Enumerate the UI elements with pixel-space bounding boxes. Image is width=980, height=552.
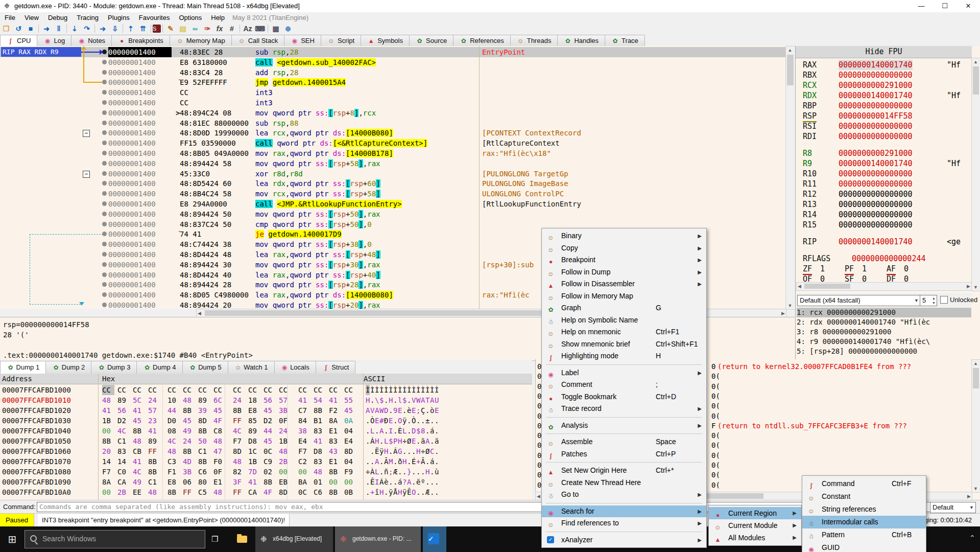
breakpoint-dot[interactable] [102,292,107,297]
breakpoint-dot[interactable] [102,80,107,84]
disasm-row[interactable]: 0000000140048:894424 58mov qword ptr ss:… [0,158,785,169]
calling-convention-select[interactable]: Default (x64 fastcall)▼ [797,295,921,306]
pause-button[interactable]: ‖ [53,24,65,34]
tab-seh[interactable]: ◉SEH [284,35,321,46]
tab-notes[interactable]: ◉Notes [71,35,112,46]
menu-item-highlighting-mode[interactable]: ∫Highlighting modeH [542,350,706,362]
menu-item-patches[interactable]: ∫PatchesCtrl+P [542,448,706,461]
scroll-up-arrow[interactable]: ▲ [786,48,794,53]
register-row-rsp[interactable]: RSP000000000014FF58 [796,111,972,121]
disasm-row[interactable]: 00000001400E8 294A0000call <JMP.&RtlLook… [0,199,785,209]
dump-row[interactable]: 00007FFCAFBD104000.4CL8B.41A08.49I8B.C8È… [0,426,532,436]
menu-item-string-references[interactable]: ☺String references [802,503,926,516]
register-row-rdx[interactable]: RDX0000000140001740"Hf [796,90,972,101]
disasm-row[interactable]: −0000000140048:8D0D 19990000lea rcx,qwor… [0,128,785,138]
register-row-r11[interactable]: R110000000000000000 [796,179,972,189]
maximize-button[interactable]: ☐ [933,0,957,12]
menu-view[interactable]: View [20,12,43,23]
breakpoint-dot[interactable] [102,130,107,135]
menu-item-intermodular-calls[interactable]: ☃Intermodular calls [802,516,926,528]
dump-row[interactable]: 00007FFCAFBD10301B.D2Ò45E23#D0Ð45E8D.4FO… [0,416,532,426]
menu-favourites[interactable]: Favourites [134,12,175,23]
disasm-row[interactable]: 00000001400E8 63180000call <getdown.sub_… [0,57,785,67]
menu-item-show-mnemonic-brief[interactable]: ☺Show mnemonic briefCtrl+Shift+F1 [542,338,706,351]
menu-plugins[interactable]: Plugins [103,12,134,23]
dump-row[interactable]: 00007FFCAFBD10508B.C1Á48H89.4CL24$50P48H… [0,436,532,446]
menu-item-assemble[interactable]: ☺AssembleSpace [542,436,706,448]
menu-item-copy[interactable]: ☺Copy▶ [542,242,706,255]
trace-over-button[interactable]: ⇩ [109,24,121,34]
disasm-row[interactable]: 0000000140048:894424 50mov qword ptr ss:… [0,209,785,219]
breakpoint-dot[interactable] [102,171,107,176]
register-row-r15[interactable]: R150000000000000000 [796,220,972,230]
menu-item-follow-in-disassembler[interactable]: ▲Follow in Disassembler▶ [542,278,706,290]
dump-row[interactable]: 00007FFCAFBD107014.14.41A8B.C3Ã4DM8B.F0ð… [0,456,532,467]
breakpoint-dot[interactable] [102,100,107,105]
tab-source[interactable]: ✿Source [409,35,453,46]
font-button[interactable]: Aᴢ [242,24,254,34]
breakpoint-dot[interactable] [102,110,107,115]
register-row-r9[interactable]: R90000000140001740"Hf [796,158,972,169]
dump-row[interactable]: 00007FFCAFBD10908A.CAÊ49IC1ÁE8è06.80.E1á… [0,477,532,487]
notes-sticky-button[interactable]: ▤ [177,24,189,34]
disasm-row[interactable]: ˆ00000001400E9 52FEFFFFjmp getdown.14000… [0,77,785,87]
tab-cpu[interactable]: ∫CPU [0,35,37,46]
register-row-rsi[interactable]: RSI0000000000000000 [796,121,972,131]
tab-trace[interactable]: ✿Trace [605,35,645,46]
registers-vscrollbar[interactable]: ▲ ▼ [971,58,980,291]
breakpoint-dot[interactable] [102,191,107,196]
assemble-pencil-button[interactable]: ✎ [164,24,177,34]
menu-item-help-on-symbolic-name[interactable]: ☃Help on Symbolic Name [542,314,706,327]
menu-help[interactable]: Help [206,12,229,23]
file-explorer-button[interactable] [231,526,253,552]
disasm-row[interactable]: −0000000140045:33C0xor r8d,r8d[PULONGLON… [0,169,785,179]
register-row-rbx[interactable]: RBX0000000000000000 [796,70,972,80]
patch-marker-button[interactable]: ✑ [201,24,213,34]
globe-button[interactable]: ⊕ [282,24,294,34]
breakpoint-dot[interactable] [102,303,107,307]
dump-row[interactable]: 00007FFCAFBD106020 83.CBËFFÿ48H8B.C1Á47G… [0,446,532,456]
register-row-r8[interactable]: R80000000000291000 [796,148,972,158]
tab-symbols[interactable]: ▲Symbols [361,35,410,46]
tray-chevron-icon[interactable]: ⌃ [969,534,975,542]
menu-item-comment[interactable]: ☺Comment; [542,379,706,391]
arg-count-spinner[interactable]: 5 ▲ ▼ [920,295,937,306]
tab-dump-1[interactable]: ✿ Dump 1 [0,361,46,374]
breakpoint-dot[interactable] [102,282,107,287]
close-button[interactable]: ✕ [957,0,980,12]
register-row-rdi[interactable]: RDI0000000000000000 [796,131,972,142]
register-row-r12[interactable]: R120000000000000000 [796,189,972,199]
menu-item-all-modules[interactable]: ▲All Modules▶ [709,532,801,544]
run-to-user-code-button[interactable]: ⇈ [137,24,149,34]
disasm-row[interactable]: 00000001400FF15 03590000call qword ptr d… [0,138,785,148]
disasm-row[interactable]: 0000000140048:83EC 28sub rsp,28EntryPoin… [0,47,785,57]
open-file-button[interactable]: ❐ [0,24,12,34]
tab-breakpoints[interactable]: ●Breakpoints [111,35,170,46]
task-view-button[interactable]: ❐ [206,526,229,552]
collapse-function-box[interactable]: − [83,171,90,178]
registers-panel[interactable]: Hide FPU RAX0000000140001740"HfRBX000000… [795,46,980,359]
register-row-rcx[interactable]: RCX0000000000291000 [796,80,972,90]
command-profile-select[interactable]: Default▼ [930,502,976,513]
hide-fpu-button[interactable]: Hide FPU [796,46,972,58]
register-row-r14[interactable]: R140000000000000000 [796,210,972,220]
dump-panel[interactable]: AddressHexASCII00007FFCAFBD1000CCÌCCÌCCÌ… [0,374,532,500]
menu-item-binary[interactable]: ☺Binary▶ [542,230,706,242]
run-button[interactable]: ➜ [40,24,53,34]
disasm-row[interactable]: 00000001400CCint3 [0,87,785,98]
attach-button[interactable]: ∞ [189,24,201,34]
menu-item-guid[interactable]: ◉GUID [802,541,926,552]
register-row-rbp[interactable]: RBP0000000000000000 [796,101,972,111]
unlocked-checkbox[interactable] [940,296,948,304]
menu-item-xanalyzer[interactable]: ✓xAnalyzer▶ [542,534,706,546]
menu-item-analysis[interactable]: ✿Analysis▶ [542,420,706,432]
breakpoint-dot[interactable] [102,60,107,64]
disasm-row[interactable]: 0000000140048:81EC 88000000sub rsp,88 [0,118,785,128]
stop-button[interactable]: ■ [25,24,37,34]
register-row-rflags[interactable]: RFLAGS0000000000000244 [796,254,972,264]
breakpoint-dot[interactable] [102,272,107,277]
fastcall-arg-row[interactable]: 1: rcx 0000000000291000 [797,308,971,317]
dump-row[interactable]: 00007FFCAFBD1080F7÷C0À4CL8B.F1ñ3B;C6Æ0F.… [0,467,532,477]
dump-row[interactable]: 00007FFCAFBD101048H89.5C\24$10.48H89.6Cl… [0,395,532,405]
breakpoint-dot[interactable] [102,212,107,216]
